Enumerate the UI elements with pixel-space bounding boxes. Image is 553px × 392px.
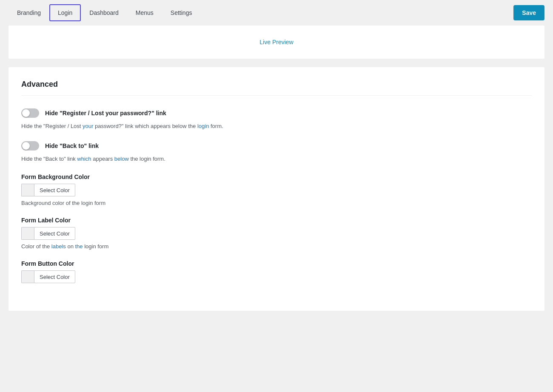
toggle-track-2 xyxy=(21,141,39,151)
form-bg-color-picker-row: Select Color xyxy=(21,184,532,196)
section-title: Advanced xyxy=(21,80,532,96)
hide-backto-label: Hide "Back to" link xyxy=(45,142,99,149)
form-button-color-picker-row: Select Color xyxy=(21,270,532,283)
form-label-color-description: Color of the labels on the login form xyxy=(21,243,532,250)
toggle-thumb-2 xyxy=(22,142,30,150)
hide-register-toggle[interactable] xyxy=(21,108,39,118)
advanced-panel: Advanced Hide "Register / Lost your pass… xyxy=(9,67,544,311)
form-label-color-section: Form Label Color Select Color Color of t… xyxy=(21,217,532,250)
top-navigation: Branding Login Dashboard Menus Settings … xyxy=(0,0,553,26)
form-bg-color-swatch xyxy=(21,184,34,196)
form-label-color-label: Form Label Color xyxy=(21,217,532,224)
form-label-color-swatch xyxy=(21,227,34,240)
hide-register-toggle-row: Hide "Register / Lost your password?" li… xyxy=(21,108,532,118)
form-bg-color-button[interactable]: Select Color xyxy=(34,184,75,196)
form-label-color-picker-row: Select Color xyxy=(21,227,532,240)
form-bg-color-section: Form Background Color Select Color Backg… xyxy=(21,173,532,206)
form-label-color-button[interactable]: Select Color xyxy=(34,227,75,240)
form-button-color-swatch xyxy=(21,270,34,283)
form-bg-color-description: Background color of the login form xyxy=(21,200,532,206)
save-button[interactable]: Save xyxy=(513,5,544,20)
hide-register-description: Hide the "Register / Lost your password?… xyxy=(21,122,532,131)
hide-register-label: Hide "Register / Lost your password?" li… xyxy=(45,110,166,116)
form-bg-color-label: Form Background Color xyxy=(21,173,532,180)
hide-backto-description: Hide the "Back to" link which appears be… xyxy=(21,155,532,163)
hide-backto-toggle-row: Hide "Back to" link xyxy=(21,141,532,151)
toggle-track-1 xyxy=(21,108,39,118)
hide-backto-toggle[interactable] xyxy=(21,141,39,151)
tab-menus[interactable]: Menus xyxy=(127,4,162,21)
tab-login[interactable]: Login xyxy=(49,4,81,21)
toggle-thumb-1 xyxy=(22,109,30,117)
form-button-color-button[interactable]: Select Color xyxy=(34,270,75,283)
nav-tabs: Branding Login Dashboard Menus Settings xyxy=(9,4,200,21)
preview-panel: Live Preview xyxy=(9,26,544,59)
tab-settings[interactable]: Settings xyxy=(162,4,201,21)
tab-dashboard[interactable]: Dashboard xyxy=(81,4,127,21)
tab-branding[interactable]: Branding xyxy=(9,4,49,21)
live-preview-link[interactable]: Live Preview xyxy=(259,39,293,45)
form-button-color-section: Form Button Color Select Color xyxy=(21,260,532,283)
form-button-color-label: Form Button Color xyxy=(21,260,532,267)
